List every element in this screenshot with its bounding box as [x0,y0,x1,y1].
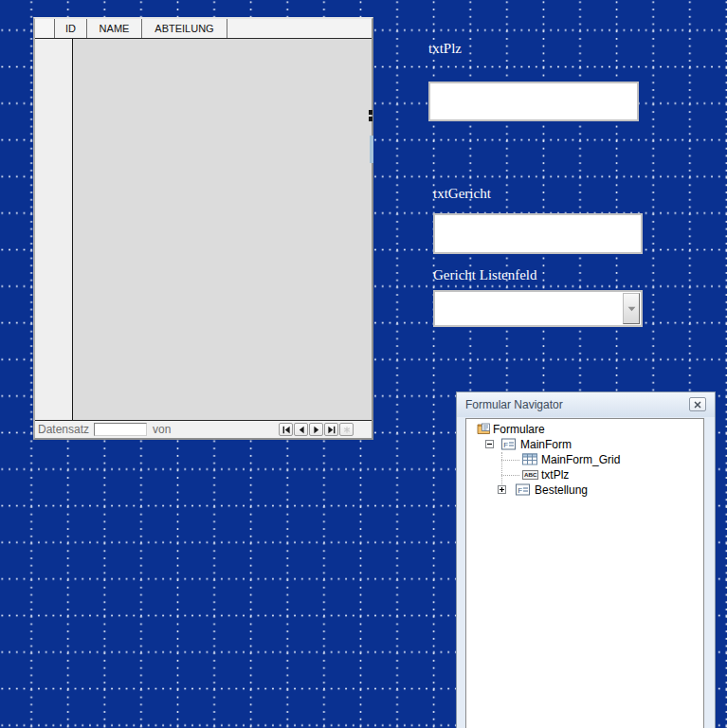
grid-corner-cell [35,19,55,38]
minus-icon [487,442,492,446]
forms-folder-icon [477,423,491,435]
txtgericht-label: txtGericht [433,187,491,201]
form-navigator-window[interactable]: Formular Navigator Formulare [456,391,716,728]
gericht-listbox[interactable] [433,290,643,327]
close-icon [694,401,701,409]
table-grid-icon [522,453,537,465]
edge-mark [369,117,373,121]
form-icon: F [501,438,516,450]
plus-icon [500,487,504,492]
grid-column-header-id[interactable]: ID [55,19,87,38]
previous-record-icon [297,426,306,434]
text-field-icon: ABC [522,470,538,480]
tree-item-formulare[interactable]: Formulare [466,422,703,437]
txtgericht-input[interactable] [433,213,643,254]
tree-item-bestellung[interactable]: F Bestellung [466,482,703,498]
tree-item-label: txtPlz [541,467,569,482]
form-icon: F [516,483,530,496]
navigator-tree-panel: Formulare F MainForm [465,418,704,728]
chevron-down-icon [627,306,636,312]
tree-item-mainform[interactable]: F MainForm [466,437,703,452]
edge-mark [370,136,373,163]
navigator-close-button[interactable] [689,397,706,411]
grid-header-filler [227,19,372,38]
record-of-label: von [153,423,171,436]
tree-item-label: Bestellung [535,482,588,498]
record-number-input[interactable] [94,423,147,436]
navigator-titlebar[interactable]: Formular Navigator [457,392,715,417]
tree-item-txtplz[interactable]: ABC txtPlz [466,467,703,482]
previous-record-button[interactable] [294,423,308,436]
grid-column-header-abteilung[interactable]: ABTEILUNG [142,19,227,38]
new-record-button-disabled[interactable] [339,423,354,436]
grid-header-row: ID NAME ABTEILUNG [35,19,372,39]
table-grid-control[interactable]: ID NAME ABTEILUNG Datensatz von [33,17,373,440]
tree-item-mainform-grid[interactable]: MainForm_Grid [466,452,703,467]
next-record-icon [312,426,321,434]
collapse-expander[interactable] [485,440,494,448]
svg-text:ABC: ABC [524,471,537,478]
next-record-button[interactable] [309,423,323,436]
txtplz-label: txtPlz [428,42,462,56]
svg-text:F: F [518,486,522,495]
tree-item-label: MainForm_Grid [541,452,620,467]
listbox-dropdown-button[interactable] [623,293,640,324]
edge-mark [369,110,373,115]
grid-body [35,39,372,420]
svg-text:F: F [503,441,508,449]
tree-item-label: Formulare [493,422,545,437]
first-record-icon [282,426,291,434]
txtplz-input[interactable] [428,82,639,121]
grid-column-header-name[interactable]: NAME [87,19,142,38]
listenfeld-label: Gericht Listenfeld [433,268,537,282]
tree-item-label: MainForm [520,437,572,452]
navigator-title: Formular Navigator [465,398,563,411]
first-record-button[interactable] [279,423,293,436]
row-handle-column [35,39,73,420]
record-label: Datensatz [38,423,89,436]
new-record-icon [342,426,352,434]
record-nav-buttons [279,423,354,436]
last-record-button[interactable] [324,423,338,436]
record-navigation-bar: Datensatz von [35,420,372,438]
form-design-canvas: ID NAME ABTEILUNG Datensatz von [0,0,727,728]
last-record-icon [327,426,336,434]
expand-expander[interactable] [498,485,506,494]
